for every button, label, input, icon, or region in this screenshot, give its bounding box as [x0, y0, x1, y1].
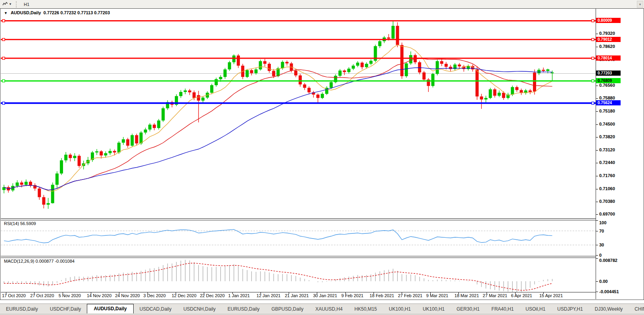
date-label: 18 Feb 2021 [370, 293, 394, 298]
price-tick-mark [596, 176, 598, 176]
date-label: 9 Mar 2021 [426, 293, 448, 298]
date-label: 24 Nov 2020 [115, 293, 140, 298]
toolbar-grip [16, 1, 18, 8]
date-label: 6 Apr 2021 [511, 293, 532, 298]
moving-average-20 [4, 59, 552, 190]
timeframe-button-H1[interactable]: H1 [20, 1, 36, 8]
price-tick-mark [596, 47, 598, 47]
macd-label: MACD(12,26,9) 0.000877 -0.001084 [4, 259, 75, 263]
date-label: 17 Oct 2020 [2, 293, 26, 298]
date-label: 12 Jan 2021 [257, 293, 281, 298]
date-label: 30 Jan 2021 [313, 293, 337, 298]
chart-tab-EURUSDDaily[interactable]: EURUSD,Daily [222, 305, 266, 314]
date-label: 22 Dec 2020 [200, 293, 224, 298]
indicators-menu-button[interactable]: ▼ [0, 0, 14, 8]
macd-tick-mark [596, 281, 598, 282]
chart-tab-USDJPYH1[interactable]: USDJPY,H1 [551, 305, 588, 314]
macd-histogram [4, 260, 552, 292]
date-label: 27 Feb 2021 [398, 293, 422, 298]
chart-tab-USDCNHDaily[interactable]: USDCNH,Daily [177, 305, 221, 314]
current-price-badge: 0.77203 [596, 71, 621, 76]
rsi-tick-label: 30 [599, 242, 604, 247]
chart-tab-UK100H1[interactable]: UK100,H1 [383, 305, 417, 314]
date-label: 1 Jan 2021 [228, 293, 250, 298]
chart-tab-UK100H1[interactable]: UK100,H1 [417, 305, 450, 314]
date-label: 14 Nov 2020 [87, 293, 111, 298]
price-line-badge-0.76809: 0.76809 [596, 78, 621, 83]
window-bottom-strip [0, 313, 644, 315]
price-line-badge-0.75624: 0.75624 [596, 100, 621, 105]
chart-expand-caret-icon[interactable]: ▼ [4, 11, 8, 15]
price-tick-label: 0.71760 [599, 173, 615, 178]
chart-tab-USDCHFDaily[interactable]: USDCHF,Daily [44, 305, 87, 314]
chart-tab-GER30H1[interactable]: GER30,H1 [450, 305, 485, 314]
macd-chart-canvas[interactable] [1, 258, 596, 292]
date-label: 9 Feb 2021 [341, 293, 364, 298]
date-label: 21 Jan 2021 [285, 293, 309, 298]
date-label: 27 Mar 2021 [483, 293, 507, 298]
candles [2, 21, 554, 209]
price-tick-label: 0.79320 [599, 31, 615, 36]
price-tick-mark [596, 137, 598, 137]
chart-tab-DJ30Weekly[interactable]: DJ30,Weekly [589, 305, 629, 314]
date-label: 18 Mar 2021 [454, 293, 479, 298]
price-tick-label: 0.78620 [599, 44, 615, 49]
toolbar-overflow-button[interactable]: ▾ [637, 1, 643, 8]
date-label: 3 Dec 2020 [144, 293, 166, 298]
price-tick-mark [596, 214, 598, 215]
price-tick-mark [596, 189, 598, 189]
macd-tick-mark [596, 292, 598, 292]
price-tick-label: 0.74500 [599, 122, 615, 126]
chart-title: ▼AUDUSD,Daily 0.77226 0.77232 0.77113 0.… [4, 10, 110, 15]
price-tick-label: 0.73120 [599, 147, 615, 152]
macd-tick-label: -0.004451 [599, 289, 619, 294]
price-tick-mark [596, 124, 598, 125]
trading-terminal: { "toolbar": { "chart_icon": "line-chart… [0, 0, 644, 315]
price-tick-mark [596, 86, 598, 86]
line-chart-icon [2, 1, 8, 8]
price-chart-canvas[interactable] [1, 9, 596, 218]
price-tick-mark [596, 150, 598, 151]
chart-tab-EURUSDDaily[interactable]: EURUSD,Daily [0, 305, 44, 314]
price-tick-label: 0.75180 [599, 109, 615, 113]
chart-tab-AUDUSDDaily[interactable]: AUDUSD,Daily [87, 304, 133, 314]
toolbar: ▼ M1M5M15M30H1H4D1W1MN ▾ [0, 0, 644, 9]
price-line-badge-0.79012: 0.79012 [596, 37, 621, 42]
chart-tab-HK50M15[interactable]: HK50,M15 [349, 305, 383, 314]
price-tick-label: 0.69700 [599, 212, 615, 216]
chart-tab-CHINA300H1[interactable]: CHINA300,H1 [629, 305, 644, 314]
price-line-badge-0.80009: 0.80009 [596, 18, 621, 23]
price-tick-label: 0.71060 [599, 186, 615, 191]
chart-symbol-period: AUDUSD,Daily [11, 10, 41, 15]
macd-tick-label: 0.00 [599, 279, 608, 284]
date-axis-line [1, 292, 596, 292]
rsi-tick-label: 100 [599, 220, 606, 225]
chart-tab-USOilH1[interactable]: USOil,H1 [519, 305, 551, 314]
rsi-tick-label: 70 [599, 229, 604, 233]
chart-tab-GBPUSDDaily[interactable]: GBPUSD,Daily [265, 305, 309, 314]
rsi-label: RSI(14) 56.5909 [4, 221, 36, 226]
price-tick-mark [596, 202, 598, 202]
moving-average-45 [4, 68, 552, 190]
price-tick-label: 0.76560 [599, 83, 615, 88]
price-tick-mark [596, 98, 598, 99]
rsi-chart-canvas[interactable] [1, 220, 596, 256]
chevron-down-icon: ▼ [9, 2, 12, 6]
rsi-tick-mark [596, 245, 598, 245]
price-tick-mark [596, 111, 598, 112]
date-label: 12 Dec 2020 [172, 293, 196, 298]
chart-tab-FRA40H1[interactable]: FRA40,H1 [485, 305, 519, 314]
rsi-line [4, 229, 552, 243]
date-label: 27 Oct 2020 [30, 293, 54, 298]
date-label: 15 Apr 2021 [539, 293, 563, 298]
rsi-tick-mark [596, 220, 598, 221]
price-tick-label: 0.75880 [599, 95, 615, 100]
macd-tick-mark [596, 258, 598, 259]
price-tick-label: 0.72440 [599, 160, 615, 165]
rsi-tick-mark [596, 231, 598, 231]
chart-tab-USDCADDaily[interactable]: USDCAD,Daily [134, 305, 178, 314]
chart-ohlc-quotes: 0.77226 0.77232 0.77113 0.77203 [43, 10, 110, 15]
chart-tab-XAUUSDH4[interactable]: XAUUSD,H4 [309, 305, 349, 314]
price-tick-label: 0.73820 [599, 134, 615, 139]
macd-tick-label: 0.008782 [599, 258, 617, 263]
